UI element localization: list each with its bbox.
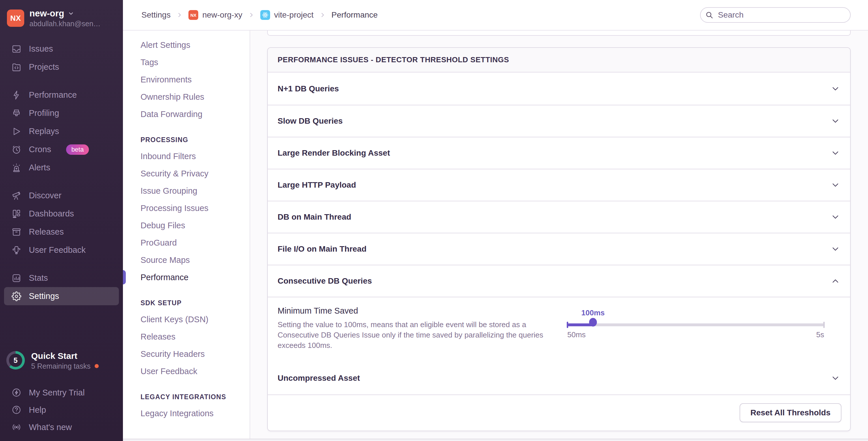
primary-nav: Issues Projects Performance Profiling Re… — [0, 40, 123, 305]
breadcrumb-settings[interactable]: Settings — [142, 10, 170, 20]
horizontal-scrollbar-track[interactable] — [123, 439, 868, 441]
sidebar-item-label: My Sentry Trial — [29, 388, 85, 398]
inbox-icon — [11, 44, 21, 54]
sidebar-item-settings[interactable]: Settings — [4, 287, 119, 305]
threshold-field-description: Setting the value to 100ms, means that a… — [278, 320, 555, 351]
sidebar-item-label: Alerts — [29, 163, 50, 172]
sidebar-item-releases[interactable]: Releases — [4, 223, 119, 241]
settings-nav-alert-settings[interactable]: Alert Settings — [141, 36, 250, 54]
feedback-icon — [11, 245, 21, 255]
chevron-right-icon — [176, 11, 183, 19]
consecutive-db-queries-settings: Minimum Time Saved Setting the value to … — [268, 297, 850, 362]
chevron-down-icon[interactable] — [831, 212, 840, 222]
org-switcher[interactable]: NX new-org abdullah.khan@sen… — [0, 8, 123, 28]
sidebar-item-projects[interactable]: Projects — [4, 58, 119, 76]
accordion-row-consecutive-db-queries[interactable]: Consecutive DB Queries — [268, 265, 850, 297]
accordion-row-n-plus-one-db-queries[interactable]: N+1 DB Queries — [268, 73, 850, 105]
sidebar-item-label: Stats — [29, 273, 48, 283]
slider-max-label: 5s — [816, 330, 824, 339]
chevron-down-icon[interactable] — [831, 244, 840, 254]
accordion-row-large-http-payload[interactable]: Large HTTP Payload — [268, 169, 850, 201]
sidebar-item-dashboards[interactable]: Dashboards — [4, 205, 119, 223]
slider-track[interactable] — [567, 324, 824, 326]
breadcrumb-project[interactable]: vite-project — [260, 10, 314, 20]
clock-icon — [11, 145, 21, 155]
help-icon — [11, 405, 21, 415]
panel-title: PERFORMANCE ISSUES - DETECTOR THRESHOLD … — [268, 48, 850, 73]
breadcrumb-organization[interactable]: NX new-org-xy — [188, 10, 242, 20]
quick-start-count: 5 — [9, 354, 22, 367]
chevron-down-icon[interactable] — [831, 180, 840, 190]
chevron-right-icon — [248, 11, 255, 19]
settings-nav-ownership-rules[interactable]: Ownership Rules — [141, 88, 250, 105]
settings-nav-environments[interactable]: Environments — [141, 71, 250, 88]
sidebar-item-label: Issues — [29, 44, 53, 54]
gear-icon — [11, 292, 21, 301]
settings-nav-client-keys[interactable]: Client Keys (DSN) — [141, 311, 250, 328]
previous-panel-bottom-edge — [267, 31, 851, 36]
accordion-row-slow-db-queries[interactable]: Slow DB Queries — [268, 105, 850, 137]
chevron-down-icon[interactable] — [831, 84, 840, 94]
settings-nav-debug-files[interactable]: Debug Files — [141, 217, 250, 234]
slider-thumb[interactable] — [589, 318, 597, 327]
sidebar-item-label: Help — [29, 405, 46, 415]
org-user-email: abdullah.khan@sen… — [29, 19, 100, 28]
quick-start-title: Quick Start — [31, 350, 99, 362]
accordion-row-db-on-main-thread[interactable]: DB on Main Thread — [268, 201, 850, 233]
sidebar-item-replays[interactable]: Replays — [4, 122, 119, 140]
sidebar-item-whats-new[interactable]: What's new — [4, 418, 119, 436]
accordion-row-uncompressed-asset[interactable]: Uncompressed Asset — [268, 362, 850, 394]
quick-start-widget[interactable]: 5 Quick Start 5 Remaining tasks — [0, 350, 123, 371]
sidebar-item-label: Discover — [29, 191, 61, 200]
sidebar-item-user-feedback[interactable]: User Feedback — [4, 241, 119, 259]
settings-nav-performance[interactable]: Performance — [141, 269, 250, 286]
chevron-up-icon[interactable] — [831, 276, 840, 286]
dashboards-icon — [11, 209, 21, 219]
top-bar: Settings NX new-org-xy vite-project Perf… — [123, 0, 868, 31]
breadcrumb-current-page: Performance — [332, 10, 378, 20]
settings-nav-security-privacy[interactable]: Security & Privacy — [141, 165, 250, 182]
detector-threshold-panel: PERFORMANCE ISSUES - DETECTOR THRESHOLD … — [267, 47, 851, 431]
sidebar-item-discover[interactable]: Discover — [4, 186, 119, 205]
settings-nav-source-maps[interactable]: Source Maps — [141, 251, 250, 269]
settings-nav-processing-issues[interactable]: Processing Issues — [141, 199, 250, 217]
sidebar-item-performance[interactable]: Performance — [4, 86, 119, 104]
settings-nav-proguard[interactable]: ProGuard — [141, 234, 250, 251]
reset-all-thresholds-button[interactable]: Reset All Thresholds — [740, 403, 841, 422]
projects-icon — [11, 62, 21, 72]
sidebar-item-issues[interactable]: Issues — [4, 40, 119, 58]
accordion-row-file-io-on-main-thread[interactable]: File I/O on Main Thread — [268, 233, 850, 265]
settings-nav-tags[interactable]: Tags — [141, 54, 250, 71]
settings-nav-inbound-filters[interactable]: Inbound Filters — [141, 147, 250, 165]
telescope-icon — [11, 191, 21, 201]
accordion-row-large-render-blocking-asset[interactable]: Large Render Blocking Asset — [268, 137, 850, 169]
sidebar-item-label: Dashboards — [29, 209, 74, 218]
sidebar-item-label: Releases — [29, 227, 64, 237]
chevron-down-icon[interactable] — [831, 148, 840, 158]
stats-icon — [11, 273, 21, 283]
sidebar-item-profiling[interactable]: Profiling — [4, 104, 119, 122]
org-name: new-org — [29, 8, 64, 19]
sidebar-item-alerts[interactable]: Alerts — [4, 159, 119, 177]
chevron-down-icon[interactable] — [831, 116, 840, 126]
search-input[interactable] — [700, 7, 851, 23]
settings-nav-user-feedback[interactable]: User Feedback — [141, 363, 250, 380]
lightning-circle-icon — [11, 388, 21, 398]
sidebar-item-stats[interactable]: Stats — [4, 269, 119, 287]
breadcrumb: Settings NX new-org-xy vite-project Perf… — [142, 10, 378, 20]
sidebar-item-crons[interactable]: Crons beta — [4, 140, 119, 159]
sidebar-item-my-sentry-trial[interactable]: My Sentry Trial — [4, 384, 119, 401]
sidebar-item-help[interactable]: Help — [4, 401, 119, 418]
settings-content: PERFORMANCE ISSUES - DETECTOR THRESHOLD … — [250, 31, 868, 441]
play-icon — [11, 127, 21, 136]
slider-min-label: 50ms — [567, 330, 586, 339]
settings-nav-releases[interactable]: Releases — [141, 328, 250, 345]
settings-nav-issue-grouping[interactable]: Issue Grouping — [141, 182, 250, 199]
quick-start-subtitle: 5 Remaining tasks — [31, 362, 91, 371]
siren-icon — [11, 163, 21, 173]
quick-start-progress-ring: 5 — [6, 351, 25, 370]
settings-nav-security-headers[interactable]: Security Headers — [141, 345, 250, 363]
settings-nav-legacy-integrations[interactable]: Legacy Integrations — [141, 405, 250, 422]
chevron-down-icon[interactable] — [831, 373, 840, 383]
settings-nav-data-forwarding[interactable]: Data Forwarding — [141, 105, 250, 123]
